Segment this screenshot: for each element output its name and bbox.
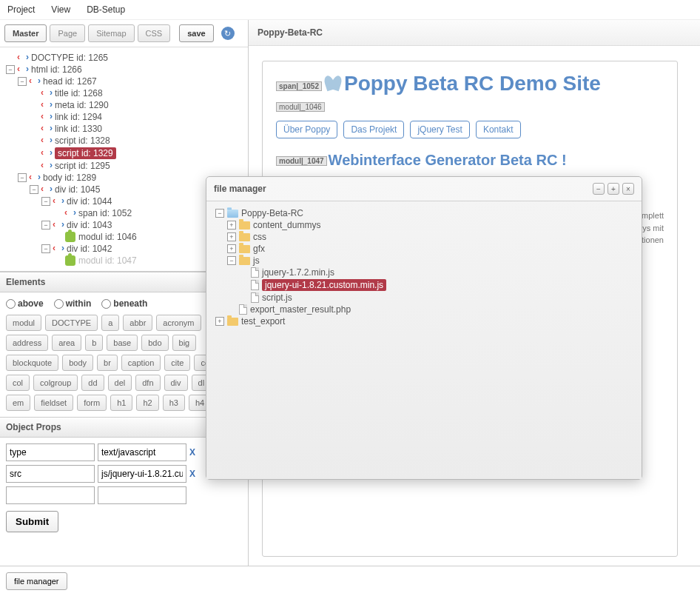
tag-button[interactable]: bdo — [141, 335, 168, 351]
tree-node[interactable]: link id: 1330 — [3, 123, 245, 135]
tag-button[interactable]: big — [172, 335, 197, 351]
file-tree-node[interactable]: +gfx — [211, 243, 637, 255]
tag-button[interactable]: a — [101, 315, 119, 331]
tree-toggle-icon[interactable]: − — [18, 173, 27, 182]
file-tree-node[interactable]: +css — [211, 231, 637, 243]
save-button[interactable]: save — [179, 24, 213, 42]
refresh-icon[interactable] — [221, 27, 235, 40]
maximize-icon[interactable]: + — [608, 183, 619, 195]
tag-button[interactable]: br — [97, 355, 118, 371]
tree-toggle-icon[interactable]: + — [215, 317, 224, 326]
radio-within[interactable]: within — [54, 298, 92, 309]
tree-node[interactable]: −head id: 1267 — [3, 76, 245, 87]
tab-css[interactable]: CSS — [138, 24, 171, 42]
dialog-titlebar[interactable]: file manager − + × — [206, 177, 642, 201]
file-tree-node[interactable]: jquery-1.7.2.min.js — [211, 267, 637, 278]
file-manager-button[interactable]: file manager — [6, 572, 67, 590]
tree-node[interactable]: title id: 1268 — [3, 87, 245, 99]
minimize-icon[interactable]: − — [593, 183, 605, 195]
file-manager-dialog[interactable]: file manager − + × −Poppy-Beta-RC+conten… — [206, 176, 642, 480]
overlay-h2-tag[interactable]: modul|_1047 — [276, 156, 327, 166]
dialog-title: file manager — [214, 184, 590, 194]
file-tree-node[interactable]: −Poppy-Beta-RC — [211, 207, 637, 219]
delete-prop-icon[interactable]: X — [189, 469, 195, 479]
overlay-span-tag[interactable]: span|_1052 — [276, 81, 322, 91]
prop-value-input[interactable] — [98, 465, 186, 483]
tag-button[interactable]: base — [107, 335, 138, 351]
radio-beneath[interactable]: beneath — [101, 298, 147, 309]
folder-icon — [239, 221, 250, 230]
file-tree-node[interactable]: export_master_result.php — [211, 304, 637, 315]
tag-button[interactable]: form — [77, 395, 107, 411]
radio-above[interactable]: above — [6, 298, 44, 309]
file-tree-node[interactable]: +content_dummys — [211, 219, 637, 231]
file-tree-label: gfx — [253, 244, 265, 254]
file-tree-node[interactable]: jquery-ui-1.8.21.custom.min.js — [211, 278, 637, 292]
prop-value-input[interactable] — [98, 443, 186, 461]
tag-button[interactable]: body — [62, 355, 93, 371]
tag-button[interactable]: dd — [81, 375, 104, 391]
close-icon[interactable]: × — [622, 183, 634, 195]
tag-button[interactable]: modul — [6, 315, 41, 331]
tree-toggle-icon[interactable]: + — [227, 232, 236, 241]
prop-key-input[interactable] — [6, 486, 95, 504]
prop-key-input[interactable] — [6, 465, 95, 483]
tree-toggle-icon[interactable]: − — [30, 185, 38, 194]
tree-toggle-icon[interactable]: − — [215, 209, 224, 218]
tag-button[interactable]: h1 — [110, 395, 132, 411]
tag-button[interactable]: b — [85, 335, 103, 351]
tag-button[interactable]: blockquote — [6, 355, 58, 371]
prop-key-input[interactable] — [6, 443, 95, 461]
tag-button[interactable]: del — [108, 375, 132, 391]
tag-button[interactable]: colgroup — [33, 375, 78, 391]
tree-node[interactable]: link id: 1294 — [3, 111, 245, 123]
tree-toggle-icon[interactable]: − — [227, 256, 236, 265]
nav-link[interactable]: Über Poppy — [276, 121, 337, 138]
nav-link[interactable]: Das Projekt — [343, 121, 404, 138]
tag-button[interactable]: area — [52, 335, 81, 351]
tab-page[interactable]: Page — [50, 24, 85, 42]
tag-button[interactable]: h3 — [163, 395, 185, 411]
menu-view[interactable]: View — [51, 4, 70, 15]
overlay-nav-tag[interactable]: modul|_1046 — [276, 102, 325, 112]
tree-node[interactable]: DOCTYPE id: 1265 — [3, 52, 245, 64]
tag-button[interactable]: dfn — [135, 375, 160, 391]
tree-toggle-icon[interactable]: − — [18, 77, 27, 86]
tree-node[interactable]: script id: 1329 — [3, 147, 245, 160]
nav-link[interactable]: jQuery Test — [410, 121, 469, 138]
tree-toggle-icon[interactable]: − — [6, 65, 15, 74]
tag-button[interactable]: abbr — [123, 315, 152, 331]
tag-button[interactable]: h2 — [136, 395, 158, 411]
tree-toggle-icon[interactable]: − — [41, 221, 50, 230]
tab-master[interactable]: Master — [4, 24, 47, 42]
file-tree-label: content_dummys — [253, 220, 320, 230]
tree-toggle-icon[interactable]: − — [41, 197, 50, 206]
tag-button[interactable]: caption — [121, 355, 161, 371]
tag-button[interactable]: em — [6, 395, 30, 411]
submit-button[interactable]: Submit — [6, 511, 58, 532]
menu-dbsetup[interactable]: DB-Setup — [87, 4, 125, 15]
tag-button[interactable]: div — [164, 375, 188, 391]
tree-toggle-icon[interactable]: + — [227, 221, 236, 230]
tree-node[interactable]: meta id: 1290 — [3, 99, 245, 111]
tag-button[interactable]: fieldset — [34, 395, 73, 411]
file-tree[interactable]: −Poppy-Beta-RC+content_dummys+css+gfx−js… — [206, 201, 642, 479]
tag-button[interactable]: address — [6, 335, 48, 351]
tag-button[interactable]: DOCTYPE — [45, 315, 98, 331]
tab-sitemap[interactable]: Sitemap — [88, 24, 134, 42]
file-tree-node[interactable]: script.js — [211, 292, 637, 304]
tag-button[interactable]: acronym — [156, 315, 201, 331]
tag-button[interactable]: cite — [164, 355, 190, 371]
menu-project[interactable]: Project — [7, 4, 35, 15]
file-tree-node[interactable]: +test_export — [211, 315, 637, 327]
delete-prop-icon[interactable]: X — [189, 447, 195, 458]
file-tree-node[interactable]: −js — [211, 255, 637, 267]
tree-node[interactable]: script id: 1295 — [3, 160, 245, 172]
tree-toggle-icon[interactable]: + — [227, 244, 236, 253]
tree-toggle-icon[interactable]: − — [41, 244, 50, 253]
tree-node[interactable]: −html id: 1266 — [3, 64, 245, 76]
tag-button[interactable]: col — [6, 375, 30, 391]
prop-value-input[interactable] — [98, 486, 186, 504]
tree-node[interactable]: script id: 1328 — [3, 135, 245, 147]
nav-link[interactable]: Kontakt — [476, 121, 521, 138]
